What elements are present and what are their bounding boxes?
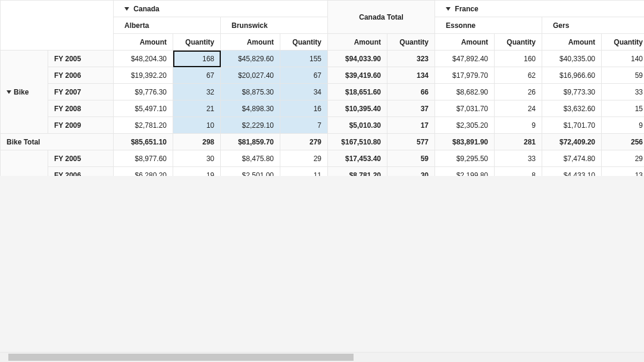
data-cell[interactable]: $2,305.20 [435,117,495,134]
measure-header[interactable]: Quantity [387,34,435,51]
data-cell[interactable]: $5,497.10 [114,100,173,117]
data-cell[interactable]: $40,335.00 [542,51,602,67]
data-cell[interactable]: $17,453.40 [328,150,387,167]
data-cell[interactable]: 9 [495,117,542,134]
measure-header[interactable]: Quantity [602,34,644,51]
data-cell[interactable]: $7,474.80 [542,150,602,167]
data-cell[interactable]: $8,977.60 [114,150,173,167]
data-cell[interactable]: $5,010.30 [328,117,387,134]
data-cell[interactable]: 323 [387,51,435,67]
data-cell[interactable]: $4,433.10 [542,167,602,177]
data-cell[interactable]: 140 [602,51,644,67]
data-cell[interactable]: $2,501.00 [221,167,280,177]
region-header-brunswick[interactable]: Brunswick [221,17,328,34]
region-header-alberta[interactable]: Alberta [114,17,221,34]
data-cell[interactable]: $1,701.70 [542,117,602,134]
year-header[interactable]: FY 2009 [48,117,114,134]
year-header[interactable]: FY 2006 [48,67,114,84]
data-cell[interactable]: 16 [280,100,328,117]
data-cell[interactable]: 67 [280,67,328,84]
data-cell[interactable]: 59 [387,150,435,167]
data-cell[interactable]: $10,395.40 [328,100,387,117]
data-cell[interactable]: $20,027.40 [221,67,280,84]
data-cell[interactable]: $8,475.80 [221,150,280,167]
year-header[interactable]: FY 2005 [48,150,114,167]
data-cell[interactable]: 15 [602,100,644,117]
data-cell[interactable]: 7 [280,117,328,134]
data-cell[interactable]: $2,229.10 [221,117,280,134]
data-cell[interactable]: $94,033.90 [328,51,387,67]
data-cell[interactable]: 134 [387,67,435,84]
year-header[interactable]: FY 2005 [48,51,114,67]
data-cell[interactable]: 30 [387,167,435,177]
data-cell[interactable]: $6,280.20 [114,167,173,177]
data-cell[interactable]: 13 [602,167,644,177]
data-cell[interactable]: $9,773.30 [542,84,602,100]
subtotal-cell[interactable]: $72,409.20 [542,134,602,150]
data-cell[interactable]: $8,781.20 [328,167,387,177]
data-cell[interactable]: $45,829.60 [221,51,280,67]
data-cell[interactable]: 33 [602,84,644,100]
data-cell[interactable]: $48,204.30 [114,51,173,67]
year-header[interactable]: FY 2006 [48,167,114,177]
measure-header[interactable]: Amount [114,34,173,51]
measure-header[interactable]: Amount [542,34,602,51]
data-cell[interactable]: 19 [173,167,221,177]
data-cell[interactable]: 168 [173,51,221,67]
horizontal-scrollbar[interactable] [0,352,644,362]
scrollbar-track[interactable] [8,354,636,361]
data-cell[interactable]: 67 [173,67,221,84]
data-cell[interactable]: 62 [495,67,542,84]
region-header-essonne[interactable]: Essonne [435,17,542,34]
data-cell[interactable]: $18,651.60 [328,84,387,100]
measure-header[interactable]: Quantity [280,34,328,51]
data-cell[interactable]: $47,892.40 [435,51,495,67]
subtotal-cell[interactable]: $85,651.10 [114,134,173,150]
subtotal-cell[interactable]: 256 [602,134,644,150]
data-cell[interactable]: $8,875.30 [221,84,280,100]
chevron-down-icon[interactable] [124,7,129,11]
data-cell[interactable]: 11 [280,167,328,177]
data-cell[interactable]: 8 [495,167,542,177]
data-cell[interactable]: 160 [495,51,542,67]
data-cell[interactable]: $9,776.30 [114,84,173,100]
subtotal-cell[interactable]: 298 [173,134,221,150]
data-cell[interactable]: 9 [602,117,644,134]
category-header[interactable]: Car [1,150,48,177]
data-cell[interactable]: $17,979.70 [435,67,495,84]
country-total-header-canada[interactable]: Canada Total [328,1,435,34]
data-cell[interactable]: 37 [387,100,435,117]
measure-header[interactable]: Amount [328,34,387,51]
data-cell[interactable]: $19,392.20 [114,67,173,84]
subtotal-cell[interactable]: $83,891.90 [435,134,495,150]
data-cell[interactable]: $39,419.60 [328,67,387,84]
data-cell[interactable]: 34 [280,84,328,100]
region-header-gers[interactable]: Gers [542,17,644,34]
data-cell[interactable]: $2,781.20 [114,117,173,134]
chevron-down-icon[interactable] [446,7,451,11]
data-cell[interactable]: 59 [602,67,644,84]
data-cell[interactable]: 33 [495,150,542,167]
data-cell[interactable]: $9,295.50 [435,150,495,167]
data-cell[interactable]: $8,682.90 [435,84,495,100]
data-cell[interactable]: $7,031.70 [435,100,495,117]
data-cell[interactable]: 155 [280,51,328,67]
data-cell[interactable]: 26 [495,84,542,100]
subtotal-cell[interactable]: 281 [495,134,542,150]
data-cell[interactable]: $16,966.60 [542,67,602,84]
data-cell[interactable]: 30 [173,150,221,167]
subtotal-cell[interactable]: $167,510.80 [328,134,387,150]
scrollbar-thumb[interactable] [8,354,354,361]
measure-header[interactable]: Amount [435,34,495,51]
chevron-down-icon[interactable] [7,90,11,94]
data-cell[interactable]: 66 [387,84,435,100]
measure-header[interactable]: Quantity [495,34,542,51]
year-header[interactable]: FY 2007 [48,84,114,100]
data-cell[interactable]: 10 [173,117,221,134]
country-header-france[interactable]: France [435,1,644,17]
data-cell[interactable]: $2,199.80 [435,167,495,177]
year-header[interactable]: FY 2008 [48,100,114,117]
measure-header[interactable]: Quantity [173,34,221,51]
subtotal-cell[interactable]: 577 [387,134,435,150]
data-cell[interactable]: $4,898.30 [221,100,280,117]
